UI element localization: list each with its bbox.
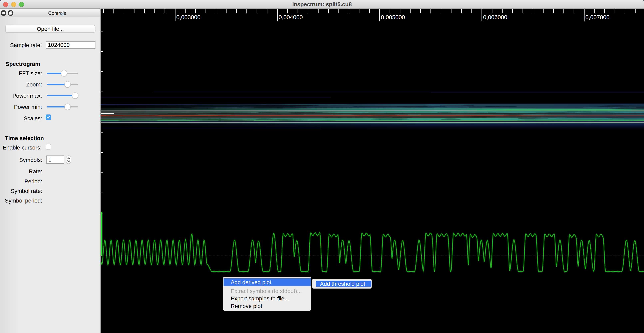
svg-text:0,007000: 0,007000	[585, 14, 610, 20]
svg-text:0,006000: 0,006000	[483, 14, 507, 20]
svg-text:0,003000: 0,003000	[176, 14, 200, 20]
svg-text:0,005000: 0,005000	[381, 14, 405, 20]
svg-text:0,004000: 0,004000	[278, 14, 303, 20]
